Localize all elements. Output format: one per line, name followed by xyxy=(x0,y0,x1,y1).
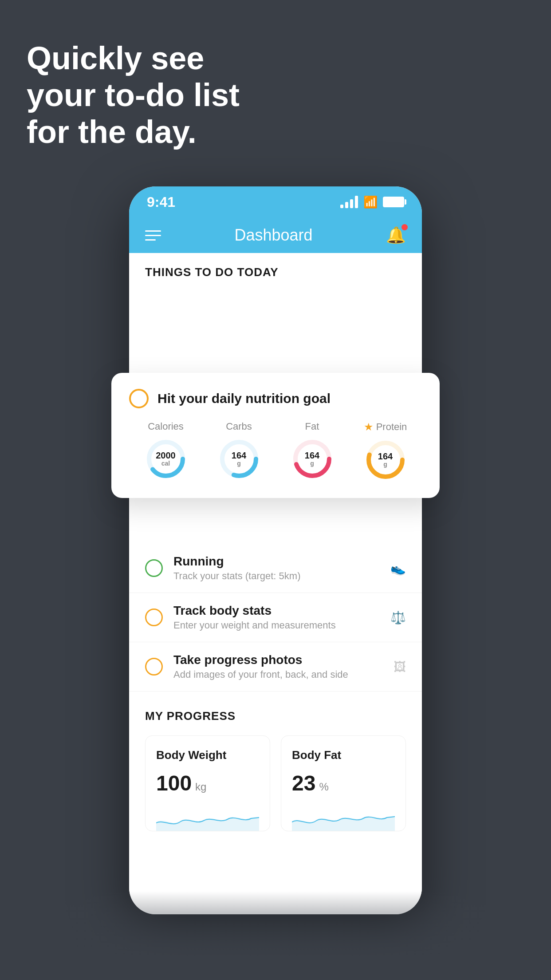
fat-value: 164 g xyxy=(305,450,319,467)
things-today-header: THINGS TO DO TODAY xyxy=(129,253,422,286)
star-icon: ★ xyxy=(364,421,374,433)
nutrition-item-calories: Calories 2000 cal xyxy=(144,421,188,481)
todo-text-photos: Take progress photos Add images of your … xyxy=(173,653,383,680)
signal-icon xyxy=(340,196,358,208)
todo-title-body-stats: Track body stats xyxy=(173,604,380,618)
protein-label: ★ Protein xyxy=(364,421,407,433)
progress-card-bodyfat[interactable]: Body Fat 23 % xyxy=(281,735,406,831)
hero-text: Quickly see your to-do list for the day. xyxy=(27,40,240,150)
nav-bar: Dashboard 🔔 xyxy=(129,217,422,253)
weight-wave xyxy=(156,804,259,831)
carbs-donut: 164 g xyxy=(217,437,261,481)
calories-donut: 2000 cal xyxy=(144,437,188,481)
phone-frame: 9:41 📶 Dashboard 🔔 xyxy=(129,186,422,914)
nutrition-card: Hit your daily nutrition goal Calories 2… xyxy=(111,373,440,498)
menu-button[interactable] xyxy=(145,230,161,241)
nutrition-item-carbs: Carbs 164 g xyxy=(217,421,261,481)
todo-title-photos: Take progress photos xyxy=(173,653,383,667)
nutrition-item-protein: ★ Protein 164 g xyxy=(363,421,408,482)
status-bar: 9:41 📶 xyxy=(129,186,422,217)
progress-card-weight-title: Body Weight xyxy=(156,748,259,762)
bodyfat-value: 23 xyxy=(292,771,315,795)
photo-icon: 🖼 xyxy=(394,660,406,674)
todo-item-body-stats[interactable]: Track body stats Enter your weight and m… xyxy=(129,593,422,642)
progress-card-bodyfat-title: Body Fat xyxy=(292,748,395,762)
progress-header: MY PROGRESS xyxy=(145,709,406,723)
hero-line3: for the day. xyxy=(27,114,197,150)
bodyfat-wave xyxy=(292,804,395,831)
nutrition-card-title: Hit your daily nutrition goal xyxy=(157,391,331,406)
bodyfat-unit: % xyxy=(319,781,328,793)
status-time: 9:41 xyxy=(147,194,175,210)
todo-list: Running Track your stats (target: 5km) 👟… xyxy=(129,544,422,692)
calories-label: Calories xyxy=(148,421,184,432)
todo-text-running: Running Track your stats (target: 5km) xyxy=(173,554,380,582)
wifi-icon: 📶 xyxy=(363,195,378,209)
todo-title-running: Running xyxy=(173,554,380,569)
carbs-label: Carbs xyxy=(226,421,252,432)
todo-subtitle-photos: Add images of your front, back, and side xyxy=(173,669,383,680)
shoe-icon: 👟 xyxy=(390,561,406,576)
nutrition-circles: Calories 2000 cal Carbs xyxy=(129,421,422,482)
scale-icon: ⚖️ xyxy=(390,610,406,625)
notifications-button[interactable]: 🔔 xyxy=(386,226,406,245)
status-icons: 📶 xyxy=(340,195,404,209)
fat-donut: 164 g xyxy=(290,437,335,481)
todo-check-running xyxy=(145,559,163,577)
carbs-value: 164 g xyxy=(232,450,246,467)
phone-mockup: 9:41 📶 Dashboard 🔔 xyxy=(129,186,422,941)
app-content: THINGS TO DO TODAY Running Track your st… xyxy=(129,253,422,914)
calories-value: 2000 cal xyxy=(156,450,176,467)
nutrition-check-circle xyxy=(129,389,149,408)
todo-item-running[interactable]: Running Track your stats (target: 5km) 👟 xyxy=(129,544,422,593)
battery-icon xyxy=(383,197,404,207)
progress-cards: Body Weight 100 kg Bo xyxy=(145,735,406,831)
progress-card-weight[interactable]: Body Weight 100 kg xyxy=(145,735,270,831)
progress-card-weight-value: 100 kg xyxy=(156,771,259,795)
todo-text-body-stats: Track body stats Enter your weight and m… xyxy=(173,604,380,631)
nutrition-item-fat: Fat 164 g xyxy=(290,421,335,481)
weight-unit: kg xyxy=(195,781,206,793)
notification-badge xyxy=(401,224,408,230)
todo-check-photos xyxy=(145,658,163,676)
weight-value: 100 xyxy=(156,771,192,795)
protein-value: 164 g xyxy=(378,451,393,468)
todo-subtitle-body-stats: Enter your weight and measurements xyxy=(173,620,380,631)
nutrition-card-header: Hit your daily nutrition goal xyxy=(129,389,422,408)
progress-card-bodyfat-value: 23 % xyxy=(292,771,395,795)
todo-subtitle-running: Track your stats (target: 5km) xyxy=(173,570,380,582)
hero-line2: your to-do list xyxy=(27,77,240,113)
todo-check-body-stats xyxy=(145,609,163,626)
fat-label: Fat xyxy=(305,421,319,432)
todo-item-photos[interactable]: Take progress photos Add images of your … xyxy=(129,642,422,692)
protein-donut: 164 g xyxy=(363,438,408,482)
nav-title: Dashboard xyxy=(234,226,312,245)
hero-line1: Quickly see xyxy=(27,40,204,76)
progress-section: MY PROGRESS Body Weight 100 kg xyxy=(129,692,422,831)
